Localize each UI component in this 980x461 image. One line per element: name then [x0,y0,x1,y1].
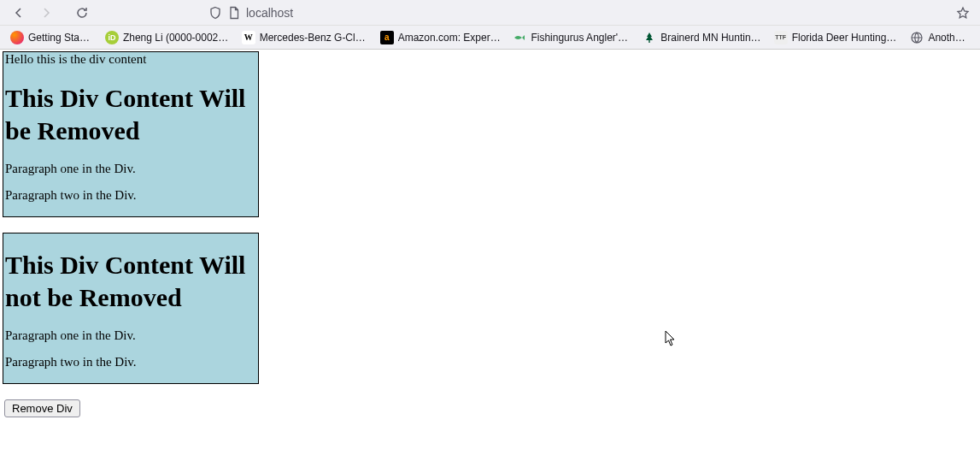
box2-paragraph-1: Paragraph one in the Div. [5,328,256,343]
box1-paragraph-2: Paragraph two in the Div. [5,188,256,203]
permanent-div: This Div Content Will not be Removed Par… [3,233,259,384]
box2-paragraph-2: Paragraph two in the Div. [5,355,256,369]
bookmark-amazon[interactable]: a Amazon.com: ExpertP... [375,28,507,47]
bookmark-label: Brainerd MN Hunting ... [660,32,761,44]
orcid-icon: iD [105,31,119,44]
bookmark-florida-deer[interactable]: TTF Florida Deer Hunting S... [769,28,904,47]
bookmark-mercedes[interactable]: W Mercedes-Benz G-Clas... [237,28,373,47]
bookmark-label: Florida Deer Hunting S... [792,32,899,44]
bookmark-label: Zheng Li (0000-0002-3... [123,32,230,44]
bookmark-label: Amazon.com: ExpertP... [398,32,502,44]
wikipedia-icon: W [242,31,255,44]
page-content: Hello this is the div content This Div C… [0,50,980,419]
bookmark-zheng-li[interactable]: iD Zheng Li (0000-0002-3... [100,28,235,47]
remove-div-button[interactable]: Remove Div [4,399,80,417]
removable-div: Hello this is the div content This Div C… [3,51,259,217]
star-icon [956,6,970,20]
browser-toolbar: localhost [0,0,980,26]
fish-icon [513,31,526,44]
bookmark-another[interactable]: Another n [905,28,975,47]
bookmark-label: Another n [928,32,970,44]
box2-heading: This Div Content Will not be Removed [5,249,256,313]
bookmark-label: Fishingurus Angler's l... [531,32,631,44]
address-bar[interactable]: localhost [208,6,953,20]
bookmark-brainerd[interactable]: Brainerd MN Hunting ... [637,28,766,47]
bookmark-getting-started[interactable]: Getting Started [5,28,98,47]
globe-icon [910,31,924,44]
box1-heading: This Div Content Will be Removed [5,82,256,146]
tree-icon [643,31,656,44]
bookmark-label: Getting Started [28,32,93,44]
bookmark-label: Mercedes-Benz G-Clas... [260,32,368,44]
back-button[interactable] [7,1,31,25]
ttf-icon: TTF [774,31,788,44]
reload-button[interactable] [70,1,94,25]
amazon-icon: a [380,31,394,44]
url-text: localhost [246,6,293,20]
shield-icon [208,6,222,20]
firefox-icon [10,31,24,44]
box1-paragraph-1: Paragraph one in the Div. [5,162,256,176]
forward-button[interactable] [34,1,58,25]
page-icon [227,6,241,20]
intro-text: Hello this is the div content [5,52,256,67]
bookmarks-bar: Getting Started iD Zheng Li (0000-0002-3… [0,26,980,50]
bookmark-star-button[interactable] [956,6,970,20]
bookmark-fishingurus[interactable]: Fishingurus Angler's l... [508,28,636,47]
